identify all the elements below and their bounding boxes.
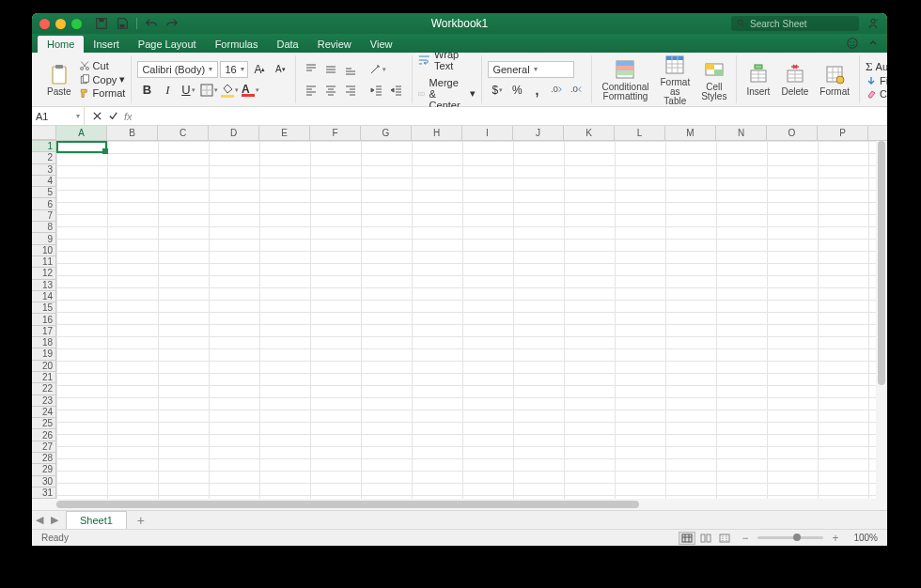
row-header[interactable]: 4 — [32, 176, 55, 187]
orientation-button[interactable]: ▾ — [367, 61, 386, 78]
row-header[interactable]: 16 — [32, 314, 55, 325]
comma-format-button[interactable]: , — [527, 82, 546, 99]
row-header[interactable]: 17 — [32, 326, 55, 337]
delete-cells-button[interactable]: Delete — [777, 61, 812, 99]
row-header[interactable]: 22 — [32, 383, 55, 395]
autosum-button[interactable]: ΣAutoSum▾ — [866, 59, 887, 74]
accept-formula-icon[interactable] — [108, 111, 118, 121]
row-header[interactable]: 11 — [32, 256, 55, 268]
add-sheet-button[interactable]: + — [133, 512, 149, 529]
tab-review[interactable]: Review — [308, 36, 361, 53]
increase-indent-button[interactable] — [387, 82, 406, 99]
cut-button[interactable]: Cut — [79, 60, 126, 71]
italic-button[interactable]: I — [158, 82, 177, 99]
column-header[interactable]: P — [818, 126, 868, 140]
row-header[interactable]: 2 — [32, 152, 55, 163]
format-painter-button[interactable]: Format — [79, 87, 126, 99]
align-center-button[interactable] — [321, 82, 340, 99]
row-header[interactable]: 8 — [32, 222, 55, 233]
row-header[interactable]: 26 — [32, 429, 55, 441]
formula-input[interactable] — [140, 107, 887, 125]
column-header[interactable]: K — [564, 126, 615, 140]
column-header[interactable]: F — [310, 126, 361, 140]
autosave-icon[interactable] — [95, 17, 108, 30]
column-header[interactable]: C — [158, 126, 209, 140]
zoom-slider-thumb[interactable] — [793, 534, 801, 541]
row-header[interactable]: 24 — [32, 407, 55, 418]
column-header[interactable]: M — [665, 126, 716, 140]
format-as-table-button[interactable]: Format as Table — [656, 52, 694, 108]
column-header[interactable]: I — [462, 126, 513, 140]
decrease-decimal-button[interactable]: .0 — [567, 82, 585, 99]
column-header[interactable]: E — [259, 126, 310, 140]
name-box[interactable]: A1▾ — [32, 107, 85, 125]
decrease-indent-button[interactable] — [367, 82, 386, 99]
row-header[interactable]: 10 — [32, 245, 55, 256]
row-header[interactable]: 15 — [32, 302, 55, 314]
sheet-tab[interactable]: Sheet1 — [66, 511, 127, 529]
row-header[interactable]: 28 — [32, 453, 55, 464]
align-right-button[interactable] — [341, 82, 360, 99]
undo-icon[interactable] — [145, 17, 158, 30]
zoom-slider[interactable] — [757, 536, 823, 539]
tab-page-layout[interactable]: Page Layout — [129, 36, 206, 53]
align-left-button[interactable] — [302, 82, 320, 99]
tab-home[interactable]: Home — [38, 36, 84, 53]
row-header[interactable]: 25 — [32, 418, 55, 429]
page-break-view-button[interactable] — [716, 532, 733, 545]
align-middle-button[interactable] — [321, 61, 340, 78]
increase-decimal-button[interactable]: .0 — [547, 82, 566, 99]
row-header[interactable]: 3 — [32, 164, 55, 176]
row-header[interactable]: 6 — [32, 198, 55, 209]
decrease-font-button[interactable]: A▾ — [271, 61, 289, 78]
column-header[interactable]: D — [209, 126, 259, 140]
row-header[interactable]: 21 — [32, 372, 55, 383]
merge-center-button[interactable]: Merge & Center▾ — [418, 77, 476, 111]
column-header[interactable]: J — [513, 126, 564, 140]
row-header[interactable]: 27 — [32, 441, 55, 453]
conditional-formatting-button[interactable]: Conditional Formatting — [598, 56, 652, 103]
row-header[interactable]: 7 — [32, 210, 55, 222]
fill-button[interactable]: Fill▾ — [866, 75, 887, 87]
column-header[interactable]: G — [361, 126, 412, 140]
column-header[interactable]: N — [716, 126, 767, 140]
redo-icon[interactable] — [165, 17, 179, 30]
column-header[interactable]: L — [615, 126, 665, 140]
cancel-formula-icon[interactable] — [92, 111, 102, 121]
row-header[interactable]: 18 — [32, 337, 55, 348]
horizontal-scrollbar[interactable] — [32, 499, 887, 510]
fill-color-button[interactable]: ▾ — [220, 82, 239, 99]
minimize-window-button[interactable] — [55, 19, 66, 29]
tab-view[interactable]: View — [361, 36, 402, 53]
zoom-out-button[interactable]: − — [741, 532, 750, 545]
row-header[interactable]: 30 — [32, 476, 55, 487]
row-header[interactable]: 12 — [32, 268, 55, 279]
sheet-nav-prev[interactable]: ◀ — [32, 513, 47, 528]
row-header[interactable]: 19 — [32, 348, 55, 360]
tab-formulas[interactable]: Formulas — [206, 36, 268, 53]
feedback-icon[interactable] — [846, 37, 859, 50]
save-icon[interactable] — [116, 17, 129, 30]
font-family-select[interactable]: Calibri (Body)▾ — [137, 61, 218, 78]
vertical-scroll-thumb[interactable] — [878, 141, 885, 385]
row-header[interactable]: 20 — [32, 361, 55, 372]
align-bottom-button[interactable] — [341, 61, 360, 78]
row-header[interactable]: 14 — [32, 291, 55, 302]
column-header[interactable]: A — [56, 126, 107, 140]
search-sheet-input[interactable] — [750, 19, 853, 29]
row-header[interactable]: 31 — [32, 487, 55, 499]
percent-format-button[interactable]: % — [507, 82, 526, 99]
share-icon[interactable] — [866, 17, 880, 30]
row-header[interactable]: 1 — [32, 141, 55, 152]
paste-button[interactable]: Paste — [43, 61, 75, 99]
cells-area[interactable] — [56, 141, 887, 499]
number-format-select[interactable]: General▾ — [488, 61, 574, 78]
accounting-format-button[interactable]: $▾ — [488, 82, 507, 99]
horizontal-scroll-thumb[interactable] — [56, 501, 639, 508]
tab-data[interactable]: Data — [267, 36, 307, 53]
search-sheet-box[interactable] — [731, 16, 859, 31]
font-size-select[interactable]: 16▾ — [220, 61, 248, 78]
underline-button[interactable]: U▾ — [179, 82, 197, 99]
align-top-button[interactable] — [302, 61, 320, 78]
fx-icon[interactable]: fx — [124, 111, 133, 122]
